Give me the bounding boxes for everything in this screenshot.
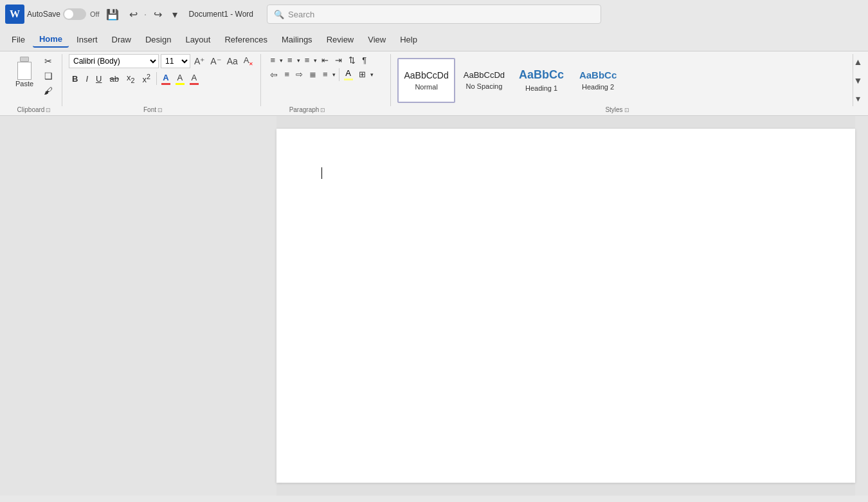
font-group-content: Calibri (Body) 11 A⁺ A⁻ Aa A✕ B I U ab x… — [69, 54, 255, 106]
text-color-bar — [190, 83, 199, 85]
text-color-label: A — [192, 73, 197, 82]
left-margin — [0, 116, 276, 496]
style-heading2[interactable]: AaBbCc Heading 2 — [572, 58, 624, 103]
font-group: Calibri (Body) 11 A⁺ A⁻ Aa A✕ B I U ab x… — [64, 54, 261, 106]
toggle-state-label: Off — [90, 10, 99, 18]
ribbon-content: Paste ✂ ❑ 🖌 Calibri (Body) 11 A⁺ A — [5, 54, 863, 106]
subscript-button[interactable]: x2 — [123, 71, 138, 86]
undo-button[interactable]: ↩ — [125, 6, 141, 23]
redo-button[interactable]: ↪ — [150, 6, 166, 23]
paragraph-expand-icon[interactable]: ⊡ — [320, 107, 325, 113]
font-color-label: A — [163, 73, 168, 82]
style-heading1-label: Heading 1 — [525, 84, 557, 92]
justify-button[interactable]: ≣ — [307, 68, 319, 80]
customize-quick-access-button[interactable]: ▾ — [168, 6, 181, 23]
document-page[interactable] — [276, 129, 855, 483]
line-spacing-button[interactable]: ≡ — [320, 68, 330, 80]
increase-font-size-button[interactable]: A⁺ — [192, 55, 206, 67]
borders-dropdown[interactable]: ▾ — [370, 71, 374, 79]
superscript-button[interactable]: x2 — [139, 71, 154, 86]
sort-button[interactable]: ⇅ — [346, 54, 358, 66]
align-center-button[interactable]: ≡ — [282, 68, 292, 80]
styles-label-text: Styles — [605, 106, 622, 113]
line-spacing-dropdown[interactable]: ▾ — [332, 71, 336, 79]
search-placeholder: Search — [288, 10, 594, 19]
bold-button[interactable]: B — [69, 73, 81, 85]
increase-indent-button[interactable]: ⇥ — [332, 54, 345, 66]
italic-button[interactable]: I — [82, 73, 91, 85]
style-heading1[interactable]: AaBbCc Heading 1 — [513, 58, 570, 103]
font-family-select[interactable]: Calibri (Body) — [69, 54, 159, 68]
clipboard-side: ✂ ❑ 🖌 — [41, 54, 55, 98]
style-no-spacing-label: No Spacing — [466, 82, 502, 90]
text-color-button[interactable]: A — [188, 72, 201, 86]
style-heading2-label: Heading 2 — [582, 83, 614, 91]
menu-mailings[interactable]: Mailings — [275, 32, 319, 47]
underline-button[interactable]: U — [93, 73, 105, 85]
paste-icon — [14, 57, 35, 80]
align-right-button[interactable]: ⇨ — [293, 68, 305, 80]
decrease-indent-button[interactable]: ⇤ — [319, 54, 331, 66]
styles-scroll-down[interactable]: ▼ — [853, 74, 864, 87]
highlight-bar — [176, 83, 185, 85]
shading-bar — [344, 79, 353, 80]
strikethrough-button[interactable]: ab — [106, 73, 122, 85]
clear-format-button[interactable]: A✕ — [242, 55, 256, 68]
menu-insert[interactable]: Insert — [70, 32, 104, 47]
decrease-font-size-button[interactable]: A⁻ — [208, 55, 222, 67]
font-label-text: Font — [143, 106, 156, 113]
menu-home[interactable]: Home — [33, 32, 69, 48]
format-painter-button[interactable]: 🖌 — [41, 84, 55, 98]
styles-scroll-up[interactable]: ▲ — [853, 55, 864, 68]
autosave-label: AutoSave — [27, 10, 60, 19]
multi-dropdown[interactable]: ▾ — [313, 57, 318, 64]
style-no-spacing[interactable]: AaBbCcDd No Spacing — [458, 58, 511, 103]
menu-references[interactable]: References — [218, 32, 273, 47]
paragraph-label-text: Paragraph — [289, 106, 320, 113]
menu-design[interactable]: Design — [139, 32, 177, 47]
change-case-button[interactable]: Aa — [225, 55, 240, 67]
borders-button[interactable]: ⊞ — [356, 68, 368, 80]
save-button[interactable]: 💾 — [102, 6, 123, 23]
font-color-button[interactable]: A — [159, 72, 172, 86]
align-left-button[interactable]: ⇦ — [267, 68, 280, 81]
document-title: Document1 - Word — [189, 10, 253, 19]
font-size-select[interactable]: 11 — [161, 54, 190, 68]
numbered-dropdown[interactable]: ▾ — [296, 57, 301, 64]
bullet-dropdown[interactable]: ▾ — [279, 57, 284, 64]
styles-group-label: Styles ⊡ — [372, 106, 863, 113]
search-bar[interactable]: 🔍 Search — [267, 5, 601, 24]
shading-button[interactable]: A — [342, 68, 355, 81]
highlight-color-button[interactable]: A — [174, 72, 186, 86]
font-color-bar — [161, 83, 170, 85]
multi-list-button[interactable]: ≡ — [302, 54, 312, 66]
clipboard-group-label: Clipboard ⊡ — [5, 106, 63, 113]
text-cursor — [321, 167, 322, 179]
clipboard-label-text: Clipboard — [17, 106, 45, 113]
autosave-toggle[interactable] — [63, 8, 86, 20]
styles-group: AaBbCcDd Normal AaBbCcDd No Spacing AaBb… — [392, 54, 851, 106]
cut-button[interactable]: ✂ — [41, 54, 55, 68]
styles-expand-icon[interactable]: ⊡ — [624, 107, 629, 113]
paste-icon-clip — [20, 57, 29, 62]
style-heading2-preview: AaBbCc — [579, 70, 617, 80]
font-row-1: Calibri (Body) 11 A⁺ A⁻ Aa A✕ — [69, 54, 255, 68]
document-area — [0, 116, 868, 496]
menu-review[interactable]: Review — [320, 32, 361, 47]
paste-button[interactable]: Paste — [10, 54, 39, 90]
search-icon: 🔍 — [274, 10, 284, 19]
bullet-list-button[interactable]: ≡ — [267, 54, 278, 66]
show-hide-button[interactable]: ¶ — [359, 54, 369, 66]
style-normal[interactable]: AaBbCcDd Normal — [397, 58, 455, 103]
menu-layout[interactable]: Layout — [179, 32, 217, 47]
menu-draw[interactable]: Draw — [105, 32, 138, 47]
menu-file[interactable]: File — [5, 32, 32, 47]
menu-help[interactable]: Help — [393, 32, 424, 47]
paste-label: Paste — [15, 80, 33, 88]
clipboard-expand-icon[interactable]: ⊡ — [46, 107, 51, 113]
numbered-list-button[interactable]: ≡ — [285, 54, 295, 66]
font-expand-icon[interactable]: ⊡ — [158, 107, 163, 113]
styles-expand[interactable]: ▾ — [854, 92, 862, 105]
menu-view[interactable]: View — [361, 32, 392, 47]
copy-button[interactable]: ❑ — [41, 69, 55, 83]
